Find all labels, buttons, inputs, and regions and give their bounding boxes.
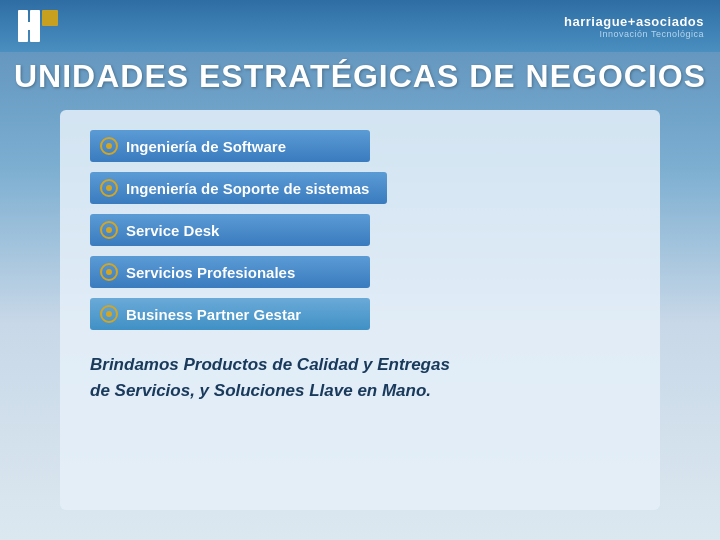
menu-label-business: Business Partner Gestar (126, 306, 301, 323)
brand-name: harriague+asociados (564, 14, 704, 29)
page: harriague+asociados Innovación Tecnológi… (0, 0, 720, 540)
footer-line2: de Servicios, y Soluciones Llave en Mano… (90, 381, 431, 400)
bullet-icon (100, 179, 118, 197)
bullet-icon (100, 221, 118, 239)
menu-button-service-desk[interactable]: Service Desk (90, 214, 370, 246)
menu-item-software: Ingeniería de Software (90, 130, 630, 162)
menu-list: Ingeniería de SoftwareIngeniería de Sopo… (90, 130, 630, 330)
logo-left (16, 8, 60, 44)
page-title: UNIDADES ESTRATÉGICAS DE NEGOCIOS (0, 58, 720, 95)
menu-item-business: Business Partner Gestar (90, 298, 630, 330)
menu-label-software: Ingeniería de Software (126, 138, 286, 155)
menu-label-soporte: Ingeniería de Soporte de sistemas (126, 180, 369, 197)
footer-text: Brindamos Productos de Calidad y Entrega… (90, 352, 630, 403)
menu-button-business[interactable]: Business Partner Gestar (90, 298, 370, 330)
menu-label-service-desk: Service Desk (126, 222, 219, 239)
bullet-icon (100, 305, 118, 323)
menu-item-servicios: Servicios Profesionales (90, 256, 630, 288)
logo-icon (16, 8, 60, 44)
menu-button-soporte[interactable]: Ingeniería de Soporte de sistemas (90, 172, 387, 204)
bullet-icon (100, 263, 118, 281)
brand-sub: Innovación Tecnológica (600, 29, 704, 39)
svg-rect-2 (30, 10, 40, 42)
content-card: Ingeniería de SoftwareIngeniería de Sopo… (60, 110, 660, 510)
header-bar: harriague+asociados Innovación Tecnológi… (0, 0, 720, 52)
menu-item-service-desk: Service Desk (90, 214, 630, 246)
menu-button-servicios[interactable]: Servicios Profesionales (90, 256, 370, 288)
menu-label-servicios: Servicios Profesionales (126, 264, 295, 281)
menu-button-software[interactable]: Ingeniería de Software (90, 130, 370, 162)
logo-right: harriague+asociados Innovación Tecnológi… (564, 14, 704, 39)
bullet-icon (100, 137, 118, 155)
footer-line1: Brindamos Productos de Calidad y Entrega… (90, 355, 450, 374)
svg-rect-3 (42, 10, 58, 26)
menu-item-soporte: Ingeniería de Soporte de sistemas (90, 172, 630, 204)
